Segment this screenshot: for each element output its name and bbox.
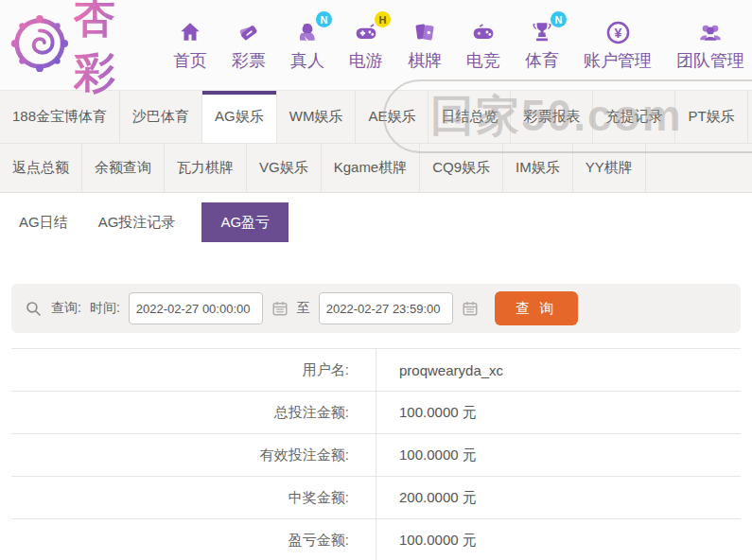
row-label-username: 用户名: xyxy=(11,349,376,391)
tab-ag-entertainment[interactable]: AG娱乐 xyxy=(202,91,277,143)
nav-item-boardgames[interactable]: 棋牌 xyxy=(408,18,442,72)
profit-loss-report-table: 用户名: proqwearyda_xc 总投注金额: 100.0000 元 有效… xyxy=(11,348,741,560)
nav-item-account-management[interactable]: ¥ 账户管理 xyxy=(584,18,652,72)
table-row: 用户名: proqwearyda_xc xyxy=(11,349,741,392)
calendar-icon[interactable] xyxy=(462,300,479,317)
to-label: 至 xyxy=(297,300,310,317)
calendar-icon[interactable] xyxy=(271,300,289,317)
time-to-input[interactable] xyxy=(319,292,453,324)
nav-item-egames[interactable]: H 电游 xyxy=(349,18,383,72)
subtab-ag-bet-records[interactable]: AG投注记录 xyxy=(95,214,180,232)
nav-label: 彩票 xyxy=(232,49,266,72)
tab-vg-entertainment[interactable]: VG娱乐 xyxy=(247,144,322,192)
tab-balance-query[interactable]: 余额查询 xyxy=(82,144,165,192)
nav-badge: H xyxy=(375,11,391,27)
row-value-valid-bet: 100.0000 元 xyxy=(376,434,741,476)
tab-rebate-total[interactable]: 返点总额 xyxy=(0,144,82,192)
tab-deposit-withdraw-records[interactable]: 充提记录 xyxy=(593,91,675,143)
nav-label: 账户管理 xyxy=(584,49,652,72)
home-icon xyxy=(176,18,204,46)
brand-emblem-icon xyxy=(9,13,70,78)
subtab-ag-profit-loss[interactable]: AG盈亏 xyxy=(201,202,289,242)
row-label-total-bet: 总投注金额: xyxy=(11,392,376,433)
tab-wm-entertainment[interactable]: WM娱乐 xyxy=(277,91,357,143)
query-submit-button[interactable]: 查 询 xyxy=(495,291,578,325)
nav-item-live[interactable]: N 真人 xyxy=(290,18,324,72)
row-value-win-amount: 200.0000 元 xyxy=(376,477,741,518)
row-value-profit-loss: 100.0000 元 xyxy=(376,519,741,560)
nav-label: 团队管理 xyxy=(676,49,744,72)
brand-logo[interactable]: 杏彩 xyxy=(9,0,160,101)
tab-ae-entertainment[interactable]: AE娱乐 xyxy=(356,91,428,143)
row-label-win-amount: 中奖金额: xyxy=(11,477,376,518)
table-row: 盈亏金额: 100.0000 元 xyxy=(11,519,741,560)
tab-pt-entertainment[interactable]: PT娱乐 xyxy=(675,91,747,143)
nav-item-team-management[interactable]: 团队管理 xyxy=(676,18,744,72)
brand-name: 杏彩 xyxy=(74,0,160,101)
top-navigation: 首页 彩票 N 真人 H 电游 棋牌 xyxy=(173,18,744,72)
live-person-icon: N xyxy=(293,18,322,46)
row-label-valid-bet: 有效投注金额: xyxy=(11,434,376,476)
nav-badge: N xyxy=(316,11,332,27)
table-row: 有效投注金额: 100.0000 元 xyxy=(11,434,741,477)
yen-coin-icon: ¥ xyxy=(603,18,632,46)
nav-badge: N xyxy=(551,11,567,27)
nav-label: 棋牌 xyxy=(408,49,442,72)
subtab-ag-daily[interactable]: AG日结 xyxy=(15,214,72,232)
tab-wali-boardgames[interactable]: 瓦力棋牌 xyxy=(165,144,247,192)
query-label: 查询: xyxy=(51,300,81,317)
tab-daily-summary[interactable]: 日结总览 xyxy=(428,91,511,143)
ag-sub-tabs: AG日结 AG投注记录 AG盈亏 xyxy=(0,199,752,246)
platform-tabs-row2: 返点总额 余额查询 瓦力棋牌 VG娱乐 Kgame棋牌 CQ9娱乐 IM娱乐 Y… xyxy=(0,144,752,193)
nav-item-esports[interactable]: 电竞 xyxy=(466,18,500,72)
svg-text:¥: ¥ xyxy=(614,25,621,40)
search-icon xyxy=(25,300,43,318)
gamepad-icon: H xyxy=(352,18,380,46)
nav-label: 电竞 xyxy=(466,49,500,72)
cards-icon xyxy=(411,18,439,46)
row-value-total-bet: 100.0000 元 xyxy=(376,392,741,433)
nav-item-home[interactable]: 首页 xyxy=(173,18,207,72)
time-label: 时间: xyxy=(90,300,120,317)
app-header: 杏彩 首页 彩票 N 真人 H 电游 xyxy=(0,0,752,90)
tab-truncated[interactable]: 财 xyxy=(748,91,752,143)
nav-item-lottery[interactable]: 彩票 xyxy=(232,18,266,72)
tab-kgame-boardgames[interactable]: Kgame棋牌 xyxy=(322,144,421,192)
table-row: 中奖金额: 200.0000 元 xyxy=(11,477,741,519)
tab-cq9-entertainment[interactable]: CQ9娱乐 xyxy=(420,144,503,192)
nav-label: 真人 xyxy=(290,49,324,72)
row-value-username: proqwearyda_xc xyxy=(376,349,741,391)
tab-yy-boardgames[interactable]: YY棋牌 xyxy=(573,144,646,192)
nav-item-sports[interactable]: N 体育 xyxy=(525,18,559,72)
tab-im-entertainment[interactable]: IM娱乐 xyxy=(503,144,573,192)
nav-label: 电游 xyxy=(349,49,383,72)
ticket-icon xyxy=(235,18,263,46)
nav-label: 首页 xyxy=(173,49,207,72)
trophy-icon: N xyxy=(528,18,556,46)
tab-lottery-report[interactable]: 彩票报表 xyxy=(511,91,593,143)
esports-icon xyxy=(469,18,498,46)
table-row: 总投注金额: 100.0000 元 xyxy=(11,392,741,434)
time-from-input[interactable] xyxy=(129,292,263,324)
row-label-profit-loss: 盈亏金额: xyxy=(11,519,376,560)
query-bar: 查询: 时间: 至 查 询 xyxy=(11,284,741,333)
team-icon xyxy=(696,18,725,46)
nav-label: 体育 xyxy=(525,49,559,72)
